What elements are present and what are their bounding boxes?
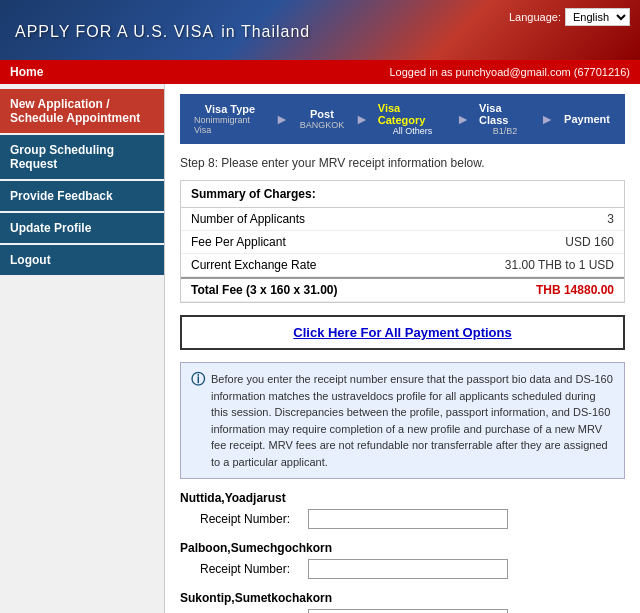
step-visa-class: Visa Class B1/B2	[473, 100, 537, 138]
applicant-1-section: Nuttida,Yoadjarust Receipt Number:	[180, 491, 625, 529]
applicant-3-name: Sukontip,Sumetkochakorn	[180, 591, 625, 605]
arrow-4: ►	[540, 111, 554, 127]
applicant-1-receipt-input[interactable]	[308, 509, 508, 529]
applicant-2-section: Palboon,Sumechgochkorn Receipt Number:	[180, 541, 625, 579]
summary-box: Summary of Charges: Number of Applicants…	[180, 180, 625, 303]
header: APPLY FOR A U.S. VISA in Thailand Langua…	[0, 0, 640, 60]
language-selector[interactable]: Language: English	[509, 8, 630, 26]
sidebar: New Application / Schedule Appointment G…	[0, 84, 165, 613]
arrow-1: ►	[275, 111, 289, 127]
applicant-1-receipt-label: Receipt Number:	[200, 512, 300, 526]
sidebar-item-logout[interactable]: Logout	[0, 245, 164, 275]
summary-title: Summary of Charges:	[181, 181, 624, 208]
summary-row-total: Total Fee (3 x 160 x 31.00) THB 14880.00	[181, 277, 624, 302]
title-text: APPLY FOR A U.S. VISA	[15, 23, 214, 40]
step-instruction: Step 8: Please enter your MRV receipt in…	[180, 156, 625, 170]
info-text: Before you enter the receipt number ensu…	[211, 371, 614, 470]
site-title: APPLY FOR A U.S. VISA in Thailand	[15, 17, 310, 42]
payment-options-link[interactable]: Click Here For All Payment Options	[293, 325, 511, 340]
summary-row-fee: Fee Per Applicant USD 160	[181, 231, 624, 254]
applicant-1-receipt-row: Receipt Number:	[180, 509, 625, 529]
applicant-2-receipt-input[interactable]	[308, 559, 508, 579]
step-payment: Payment	[557, 111, 617, 127]
content-area: Visa Type Nonimmigrant Visa ► Post BANGK…	[165, 84, 640, 613]
sidebar-item-provide-feedback[interactable]: Provide Feedback	[0, 181, 164, 211]
step-visa-category: Visa Category All Others	[372, 100, 453, 138]
applicant-2-name: Palboon,Sumechgochkorn	[180, 541, 625, 555]
arrow-2: ►	[355, 111, 369, 127]
language-label: Language:	[509, 11, 561, 23]
sidebar-item-update-profile[interactable]: Update Profile	[0, 213, 164, 243]
applicant-3-section: Sukontip,Sumetkochakorn Receipt Number:	[180, 591, 625, 613]
applicant-3-receipt-input[interactable]	[308, 609, 508, 613]
summary-row-exchange: Current Exchange Rate 31.00 THB to 1 USD	[181, 254, 624, 277]
summary-row-applicants: Number of Applicants 3	[181, 208, 624, 231]
payment-options-box[interactable]: Click Here For All Payment Options	[180, 315, 625, 350]
main-layout: New Application / Schedule Appointment G…	[0, 84, 640, 613]
steps-bar: Visa Type Nonimmigrant Visa ► Post BANGK…	[180, 94, 625, 144]
language-dropdown[interactable]: English	[565, 8, 630, 26]
info-icon: ⓘ	[191, 371, 205, 470]
navbar: Home Logged in as punchyoad@gmail.com (6…	[0, 60, 640, 84]
info-box: ⓘ Before you enter the receipt number en…	[180, 362, 625, 479]
logged-in-user: Logged in as punchyoad@gmail.com (677012…	[390, 66, 631, 78]
applicant-1-name: Nuttida,Yoadjarust	[180, 491, 625, 505]
applicant-2-receipt-row: Receipt Number:	[180, 559, 625, 579]
applicant-3-receipt-row: Receipt Number:	[180, 609, 625, 613]
step-post: Post BANGKOK	[292, 106, 352, 132]
arrow-3: ►	[456, 111, 470, 127]
applicant-2-receipt-label: Receipt Number:	[200, 562, 300, 576]
sidebar-item-new-application[interactable]: New Application / Schedule Appointment	[0, 89, 164, 133]
sidebar-item-group-scheduling[interactable]: Group Scheduling Request	[0, 135, 164, 179]
country-text: in Thailand	[221, 23, 310, 40]
step-visa-type: Visa Type Nonimmigrant Visa	[188, 101, 272, 137]
header-title: APPLY FOR A U.S. VISA in Thailand	[15, 17, 310, 43]
home-link[interactable]: Home	[10, 65, 43, 79]
